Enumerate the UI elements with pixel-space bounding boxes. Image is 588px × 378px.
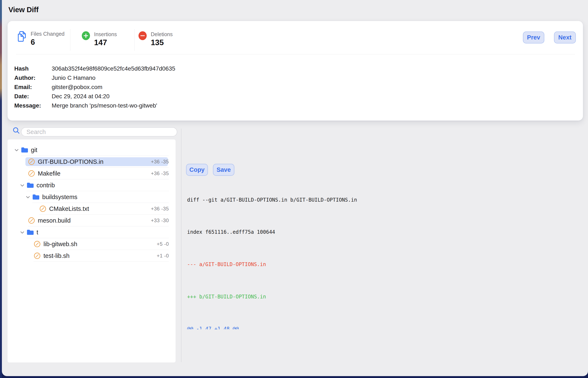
tree-file-row[interactable]: CMakeLists.txt +36 -35 bbox=[8, 203, 175, 215]
folder-icon bbox=[27, 229, 34, 235]
tree-file-row[interactable]: GIT-BUILD-OPTIONS.in +36 -35 bbox=[8, 156, 175, 168]
commit-field-value: gitster@pobox.com bbox=[52, 84, 103, 91]
tree-file-row[interactable]: test-lib.sh +1 -0 bbox=[8, 250, 175, 262]
commit-field-row: Author: Junio C Hamano bbox=[14, 73, 175, 82]
commit-field-row: Email: gitster@pobox.com bbox=[14, 82, 175, 92]
tree-folder-label: buildsystems bbox=[42, 194, 78, 201]
files-changed-icon bbox=[16, 31, 27, 43]
search-input[interactable] bbox=[21, 127, 177, 136]
file-change-stats: +36 -35 bbox=[151, 159, 169, 165]
prev-button[interactable]: Prev bbox=[523, 31, 544, 43]
file-change-stats: +36 -35 bbox=[151, 206, 169, 212]
commit-field-value: Junio C Hamano bbox=[52, 75, 95, 81]
next-button[interactable]: Next bbox=[554, 31, 576, 43]
diff-line: +++ b/GIT-BUILD-OPTIONS.in bbox=[187, 293, 582, 301]
tree-folder-label: contrib bbox=[37, 182, 55, 189]
commit-field-label: Date: bbox=[14, 93, 52, 100]
search-icon bbox=[12, 126, 20, 135]
diff-view[interactable]: diff --git a/GIT-BUILD-OPTIONS.in b/GIT-… bbox=[187, 180, 582, 329]
file-change-stats: +1 -0 bbox=[157, 253, 169, 259]
modified-file-icon bbox=[28, 170, 35, 177]
deletions-value: 135 bbox=[151, 39, 173, 47]
commit-field-row: Message: Merge branch 'ps/meson-test-wo-… bbox=[14, 101, 175, 110]
tree-folder-row[interactable]: git bbox=[8, 144, 175, 156]
modified-file-icon bbox=[34, 241, 41, 248]
tree-folder-label: git bbox=[31, 147, 37, 153]
commit-info: Hash 306ab352f4e98f6809ce52fc4e5d63fb947… bbox=[14, 64, 175, 110]
diff-line: index f651116..edff75a 100644 bbox=[187, 228, 582, 236]
files-changed-label: Files Changed bbox=[31, 31, 65, 37]
tree-folder-row[interactable]: t bbox=[8, 226, 175, 238]
tree-folder-row[interactable]: buildsystems bbox=[8, 191, 175, 203]
insertions-label: Insertions bbox=[94, 31, 117, 37]
commit-field-label: Email: bbox=[14, 84, 52, 91]
tree-file-label: CMakeLists.txt bbox=[49, 205, 89, 212]
stat-deletions: Deletions 135 bbox=[138, 31, 173, 47]
insertions-value: 147 bbox=[94, 39, 117, 47]
tree-file-label: meson.build bbox=[38, 217, 71, 224]
commit-summary-card: Files Changed 6 Insertions 147 bbox=[8, 21, 583, 121]
page-title: View Diff bbox=[8, 5, 39, 14]
save-button[interactable]: Save bbox=[213, 164, 234, 176]
chevron-down-icon[interactable] bbox=[26, 196, 30, 199]
commit-field-row: Hash 306ab352f4e98f6809ce52fc4e5d63fb947… bbox=[14, 64, 175, 73]
commit-field-value: Dec 29, 2024 at 04:20 bbox=[52, 93, 110, 100]
chevron-down-icon[interactable] bbox=[14, 148, 19, 152]
tree-file-row[interactable]: Makefile +36 -35 bbox=[8, 168, 175, 179]
modified-file-icon bbox=[28, 217, 35, 224]
tree-file-row[interactable]: lib-gitweb.sh +5 -0 bbox=[8, 238, 175, 250]
tree-folder-row[interactable]: contrib bbox=[8, 179, 175, 191]
diff-line: diff --git a/GIT-BUILD-OPTIONS.in b/GIT-… bbox=[187, 196, 582, 204]
modified-file-icon bbox=[39, 205, 46, 212]
chevron-down-icon[interactable] bbox=[20, 231, 25, 234]
modified-file-icon bbox=[34, 252, 41, 259]
commit-field-value: Merge branch 'ps/meson-test-wo-gitweb' bbox=[52, 102, 157, 109]
card-divider bbox=[16, 54, 575, 54]
tree-file-row[interactable]: meson.build +33 -30 bbox=[8, 215, 175, 226]
commit-field-value: 306ab352f4e98f6809ce52fc4e5d63fb947d0635 bbox=[52, 65, 175, 72]
insertions-plus-icon bbox=[81, 31, 90, 41]
files-changed-value: 6 bbox=[31, 38, 65, 46]
diff-line: --- a/GIT-BUILD-OPTIONS.in bbox=[187, 260, 582, 268]
deletions-minus-icon bbox=[138, 31, 147, 41]
folder-icon bbox=[32, 194, 40, 200]
stats-divider bbox=[70, 29, 70, 51]
tree-file-label: lib-gitweb.sh bbox=[43, 241, 77, 248]
diff-actions: Copy Save bbox=[186, 164, 234, 176]
diff-line: @@ -1,47 +1,48 @@ bbox=[187, 325, 582, 329]
deletions-label: Deletions bbox=[151, 31, 173, 37]
commit-field-label: Author: bbox=[14, 75, 52, 81]
commit-field-label: Hash bbox=[14, 65, 52, 72]
folder-icon bbox=[21, 147, 28, 153]
panel-separator bbox=[181, 129, 181, 362]
stat-files-changed: Files Changed 6 bbox=[16, 31, 65, 46]
file-change-stats: +5 -0 bbox=[157, 241, 169, 247]
folder-icon bbox=[27, 182, 34, 188]
file-change-stats: +33 -30 bbox=[151, 217, 169, 223]
stats-divider bbox=[134, 29, 135, 51]
modified-file-icon bbox=[28, 158, 35, 165]
commit-field-row: Date: Dec 29, 2024 at 04:20 bbox=[14, 92, 175, 101]
tree-file-label: GIT-BUILD-OPTIONS.in bbox=[38, 158, 104, 165]
tree-file-label: test-lib.sh bbox=[43, 252, 69, 259]
commit-field-label: Message: bbox=[14, 102, 52, 109]
desktop-wallpaper-edge bbox=[0, 0, 2, 378]
tree-folder-label: t bbox=[37, 229, 38, 236]
file-change-stats: +36 -35 bbox=[151, 171, 169, 176]
file-tree[interactable]: git GIT-BUILD-OPTIONS.in +36 -35 Makefil… bbox=[8, 139, 175, 363]
tree-file-label: Makefile bbox=[38, 170, 60, 177]
chevron-down-icon[interactable] bbox=[20, 184, 25, 187]
app-window: View Diff Files Changed 6 bbox=[2, 0, 588, 376]
stat-insertions: Insertions 147 bbox=[81, 31, 117, 47]
copy-button[interactable]: Copy bbox=[186, 164, 208, 176]
